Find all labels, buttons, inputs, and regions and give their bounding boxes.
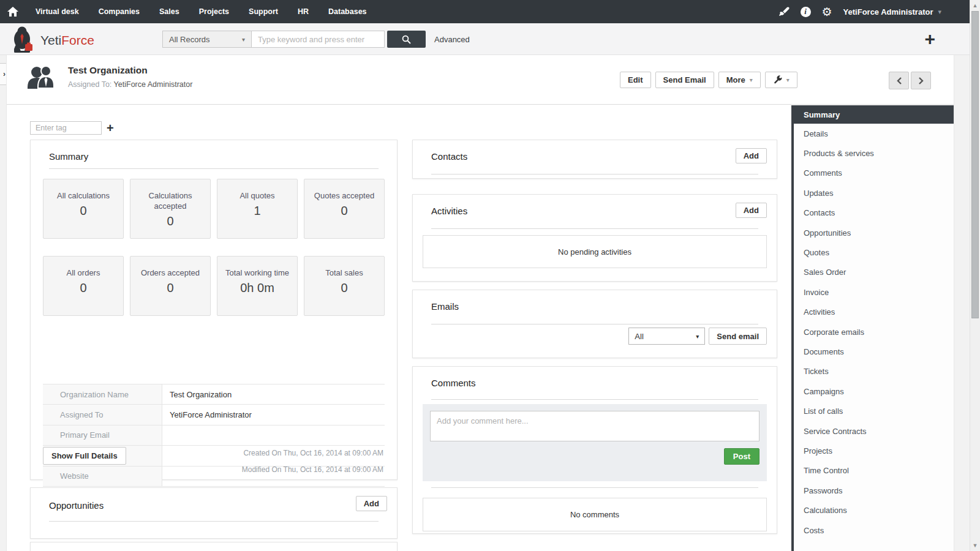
- field-value: YetiForce Administrator: [162, 405, 385, 424]
- scroll-up-arrow[interactable]: ▲: [970, 2, 980, 9]
- vertical-scrollbar[interactable]: ▲ ▼: [970, 0, 980, 551]
- send-email-widget-button[interactable]: Send email: [709, 328, 767, 345]
- divider: [431, 174, 758, 174]
- search-button[interactable]: [387, 31, 426, 48]
- user-menu[interactable]: YetiForce Administrator ▾: [843, 7, 941, 17]
- next-record-button[interactable]: [911, 72, 931, 89]
- email-filter-select[interactable]: All ▾: [628, 328, 705, 345]
- sidebar-item-contacts[interactable]: Contacts: [794, 203, 954, 223]
- modified-on-stamp: Modified On Thu, Oct 16, 2014 at 09:00 A…: [242, 465, 383, 474]
- header-bar: YetiForce All Records ▾ Advanced +: [0, 23, 970, 55]
- tag-input[interactable]: [30, 121, 102, 135]
- organization-icon: [24, 62, 57, 96]
- add-opportunity-button[interactable]: Add: [356, 496, 387, 511]
- search-scope-select[interactable]: All Records ▾: [162, 31, 252, 48]
- search-input[interactable]: [252, 31, 385, 48]
- settings-button[interactable]: ⚙: [822, 6, 832, 18]
- sidebar-item-comments[interactable]: Comments: [794, 163, 954, 183]
- sidebar-item-details[interactable]: Details: [794, 124, 954, 143]
- send-email-button[interactable]: Send Email: [655, 72, 714, 88]
- widget-title: Emails: [431, 301, 459, 312]
- sidebar-item-products-services[interactable]: Products & services: [794, 143, 954, 163]
- field-row: Organization NameTest Organization: [43, 384, 385, 404]
- info-button[interactable]: i: [801, 7, 811, 17]
- widget-title: Opportunities: [49, 500, 104, 511]
- add-tag-button[interactable]: +: [107, 122, 114, 134]
- sidebar-item-documents[interactable]: Documents: [794, 342, 954, 361]
- stat-box: Orders accepted0: [130, 256, 211, 316]
- theme-brush-button[interactable]: [779, 7, 790, 17]
- field-label: Website: [43, 467, 162, 486]
- sidebar-item-summary[interactable]: Summary: [794, 105, 954, 124]
- edit-button[interactable]: Edit: [620, 72, 651, 88]
- sidebar-item-costs[interactable]: Costs: [794, 520, 954, 540]
- sidebar-item-tickets[interactable]: Tickets: [794, 362, 954, 381]
- tools-button[interactable]: ▾: [765, 72, 797, 88]
- nav-item-databases[interactable]: Databases: [318, 0, 377, 23]
- show-full-details-button[interactable]: Show Full Details: [43, 447, 126, 465]
- email-filter-value: All: [635, 332, 643, 341]
- more-button[interactable]: More▾: [718, 72, 761, 88]
- field-label: Assigned To: [43, 405, 162, 424]
- summary-stats: All calculations0Calculations accepted0A…: [43, 179, 385, 316]
- add-contact-button[interactable]: Add: [736, 148, 767, 163]
- divider: [49, 521, 379, 522]
- nav-item-companies[interactable]: Companies: [89, 0, 149, 23]
- sidebar-item-opportunities[interactable]: Opportunities: [794, 223, 954, 242]
- sidebar-item-updates[interactable]: Updates: [794, 183, 954, 203]
- scroll-down-arrow[interactable]: ▼: [970, 542, 980, 549]
- sidebar-item-projects[interactable]: Projects: [794, 441, 954, 460]
- scrollbar-thumb[interactable]: [971, 11, 979, 318]
- divider: [431, 487, 758, 488]
- stat-value: 0: [130, 281, 210, 295]
- widget-title: Summary: [49, 151, 88, 162]
- widget-title: Comments: [431, 378, 476, 388]
- home-icon: [7, 7, 18, 17]
- sidebar-item-service-contracts[interactable]: Service Contracts: [794, 421, 954, 441]
- record-header: Test Organization Assigned To: YetiForce…: [7, 55, 954, 105]
- contacts-widget: Contacts Add: [412, 140, 777, 179]
- sidebar-item-campaigns[interactable]: Campaigns: [794, 381, 954, 401]
- stat-label: All orders: [43, 268, 123, 278]
- field-row: Assigned ToYetiForce Administrator: [43, 404, 385, 424]
- comments-widget: Comments Post No comments: [412, 366, 777, 534]
- stat-value: 0: [304, 204, 384, 218]
- record-title: Test Organization: [68, 65, 148, 76]
- nav-item-hr[interactable]: HR: [288, 0, 318, 23]
- brand-text: YetiForce: [40, 27, 94, 54]
- nav-item-support[interactable]: Support: [239, 0, 288, 23]
- stat-label: Orders accepted: [130, 268, 210, 278]
- nav-menu: Virtual deskCompaniesSalesProjectsSuppor…: [26, 0, 377, 23]
- sidebar-item-quotes[interactable]: Quotes: [794, 242, 954, 262]
- home-button[interactable]: [0, 7, 26, 17]
- brand-logo[interactable]: YetiForce: [9, 26, 94, 54]
- stat-box: Total working time0h 0m: [217, 256, 298, 316]
- field-label: Organization Name: [43, 384, 162, 404]
- email-controls: All ▾ Send email: [628, 328, 767, 345]
- widget-title: Activities: [431, 206, 467, 216]
- page-content: › Test Organization Assigned To: YetiFor…: [0, 55, 970, 551]
- previous-record-button[interactable]: [889, 72, 909, 89]
- sidebar-item-time-control[interactable]: Time Control: [794, 461, 954, 481]
- quick-add-button[interactable]: +: [924, 28, 935, 50]
- sidebar-item-sales-order[interactable]: Sales Order: [794, 263, 954, 282]
- advanced-search-link[interactable]: Advanced: [434, 35, 470, 44]
- nav-item-virtual-desk[interactable]: Virtual desk: [26, 0, 89, 23]
- tag-bar: +: [30, 121, 114, 135]
- divider: [431, 324, 758, 324]
- stat-box: All orders0: [43, 256, 124, 316]
- nav-item-sales[interactable]: Sales: [149, 0, 189, 23]
- sidebar-item-activities[interactable]: Activities: [794, 302, 954, 322]
- sidebar-item-corporate-emails[interactable]: Corporate emails: [794, 322, 954, 342]
- sidebar-item-calculations[interactable]: Calculations: [794, 500, 954, 520]
- sidebar-item-invoice[interactable]: Invoice: [794, 282, 954, 302]
- comment-input[interactable]: [430, 411, 760, 441]
- sidebar-item-list-of-calls[interactable]: List of calls: [794, 401, 954, 421]
- sidebar-item-passwords[interactable]: Passwords: [794, 481, 954, 500]
- stat-box: Quotes accepted0: [304, 179, 385, 239]
- wrench-icon: [773, 75, 782, 84]
- stat-value: 0: [130, 214, 210, 228]
- post-comment-button[interactable]: Post: [724, 448, 760, 465]
- add-activity-button[interactable]: Add: [736, 203, 767, 218]
- nav-item-projects[interactable]: Projects: [189, 0, 239, 23]
